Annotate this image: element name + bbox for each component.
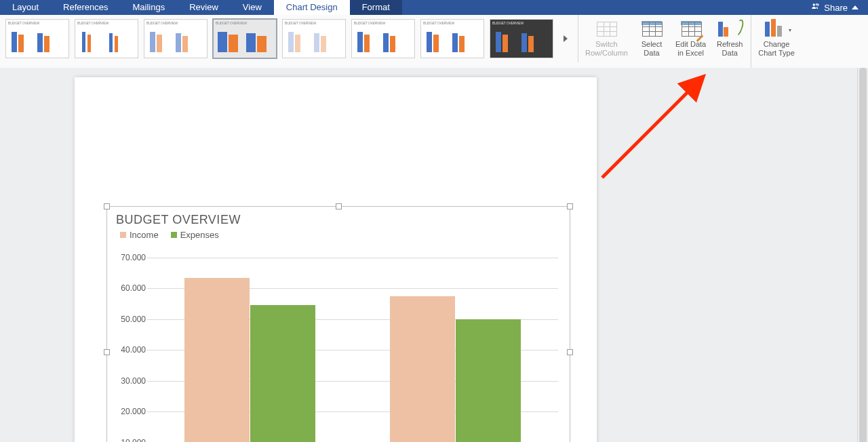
resize-handle-ml[interactable] [104, 349, 110, 355]
chart-styles-gallery: BUDGET OVERVIEW BUDGET OVERVIEW BUDGET O… [0, 15, 578, 62]
legend-item-expenses[interactable]: Expenses [171, 230, 219, 240]
y-tick-label: 10.000 [121, 438, 146, 442]
chart-object[interactable]: BUDGET OVERVIEW Income Expenses 010.0002… [106, 206, 570, 442]
chart-style-3[interactable]: BUDGET OVERVIEW [144, 19, 208, 58]
switch-row-column-button[interactable]: Switch Row/Column [585, 19, 628, 57]
tab-chart-design[interactable]: Chart Design [274, 0, 350, 15]
y-tick-label: 20.000 [121, 407, 146, 416]
bar-expenses-actual[interactable] [456, 319, 521, 442]
document-area: BUDGET OVERVIEW Income Expenses 010.0002… [0, 68, 868, 442]
data-commands-group: Switch Row/Column Select Data Edit Data … [578, 15, 751, 68]
change-chart-type-button[interactable]: ▾ Change Chart Type [758, 19, 795, 57]
change-chart-type-icon: ▾ [765, 19, 788, 38]
refresh-data-button[interactable]: Refresh Data [715, 19, 744, 57]
collapse-ribbon-icon[interactable] [852, 5, 859, 9]
tab-view[interactable]: View [231, 0, 274, 15]
tab-layout[interactable]: Layout [0, 0, 51, 15]
chart-legend[interactable]: Income Expenses [120, 230, 566, 240]
y-axis: 010.00020.00030.00040.00050.00060.00070.… [115, 258, 146, 442]
y-tick-label: 40.000 [121, 345, 146, 355]
chart-style-1[interactable]: BUDGET OVERVIEW [5, 19, 69, 58]
y-tick-label: 60.000 [121, 283, 146, 293]
bar-expenses-estimated[interactable] [250, 305, 316, 442]
tab-format[interactable]: Format [350, 0, 402, 15]
chart-title[interactable]: BUDGET OVERVIEW [116, 213, 566, 227]
grid-line [147, 258, 558, 258]
ribbon-body: BUDGET OVERVIEW BUDGET OVERVIEW BUDGET O… [0, 15, 868, 68]
tab-references[interactable]: References [51, 0, 120, 15]
tab-review[interactable]: Review [177, 0, 231, 15]
ribbon-tab-strip: Layout References Mailings Review View C… [0, 0, 868, 15]
chart-style-6[interactable]: BUDGET OVERVIEW [351, 19, 415, 58]
resize-handle-tl[interactable] [104, 203, 110, 209]
legend-swatch-expenses [171, 232, 177, 238]
select-data-icon [640, 19, 663, 38]
y-tick-label: 50.000 [121, 315, 146, 324]
bar-income-actual[interactable] [390, 296, 456, 442]
y-tick-label: 30.000 [121, 376, 146, 386]
chart-style-5[interactable]: BUDGET OVERVIEW [282, 19, 346, 58]
type-commands-group: ▾ Change Chart Type [751, 15, 802, 68]
chart-style-7[interactable]: BUDGET OVERVIEW [420, 19, 484, 58]
share-button[interactable]: Share [824, 3, 848, 13]
chart-style-4[interactable]: BUDGET OVERVIEW [213, 19, 277, 58]
switch-row-column-icon [595, 19, 618, 38]
select-data-button[interactable]: Select Data [637, 19, 666, 57]
scrollbar-thumb[interactable] [859, 68, 867, 442]
legend-item-income[interactable]: Income [120, 230, 159, 240]
tab-mailings[interactable]: Mailings [121, 0, 178, 15]
chart-style-8[interactable]: BUDGET OVERVIEW [490, 19, 553, 58]
share-icon [810, 2, 820, 14]
bar-income-estimated[interactable] [184, 278, 250, 442]
resize-handle-mr[interactable] [567, 349, 573, 355]
legend-swatch-income [120, 232, 126, 238]
chart-styles-more[interactable] [559, 20, 572, 58]
resize-handle-tr[interactable] [567, 203, 573, 209]
vertical-scrollbar[interactable] [857, 68, 868, 442]
edit-data-excel-button[interactable]: Edit Data in Excel [675, 19, 706, 57]
chart-style-2[interactable]: BUDGET OVERVIEW [75, 19, 138, 58]
chart-canvas: BUDGET OVERVIEW Income Expenses 010.0002… [111, 210, 566, 442]
edit-data-excel-icon [679, 19, 703, 38]
chart-plot-area[interactable]: 010.00020.00030.00040.00050.00060.00070.… [147, 258, 558, 442]
y-tick-label: 70.000 [121, 253, 146, 262]
refresh-data-icon [718, 19, 741, 38]
resize-handle-tm[interactable] [336, 203, 342, 209]
